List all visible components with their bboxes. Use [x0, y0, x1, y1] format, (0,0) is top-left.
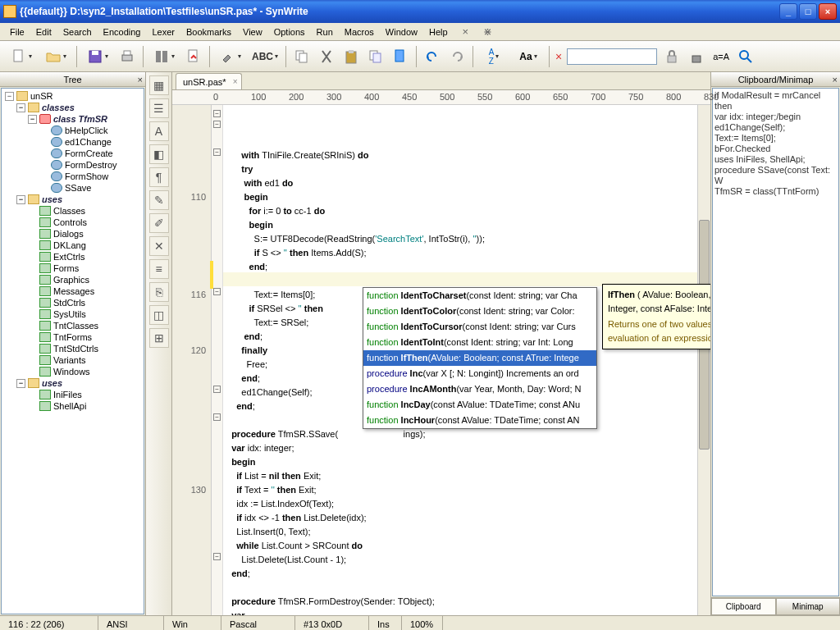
- menu-run[interactable]: Run: [312, 25, 338, 39]
- gutter-btn-6[interactable]: ✎: [149, 190, 169, 210]
- tree-uses2[interactable]: −uses: [3, 377, 142, 389]
- close-button[interactable]: ×: [819, 3, 837, 20]
- code-editor[interactable]: 110 116 120 130 −−−−−−− with TIniFile.Cr…: [172, 105, 710, 615]
- undo-button[interactable]: [421, 45, 444, 68]
- autocomplete-item[interactable]: function IdentToInt(const Ident: string;…: [363, 335, 596, 350]
- gutter-btn-5[interactable]: ¶: [149, 167, 169, 187]
- gutter-btn-1[interactable]: ▦: [149, 75, 169, 95]
- close-all-tabs-icon[interactable]: ⋇: [478, 24, 497, 39]
- cut-button[interactable]: [315, 45, 338, 68]
- tree-unit[interactable]: IniFiles: [3, 389, 142, 400]
- autocomplete-item[interactable]: procedure IncAMonth(var Year, Month, Day…: [363, 381, 596, 397]
- tree-unit[interactable]: ShellApi: [3, 400, 142, 412]
- menu-options[interactable]: Options: [269, 25, 310, 39]
- menu-view[interactable]: View: [238, 25, 267, 39]
- tab-clipboard[interactable]: Clipboard: [711, 598, 776, 615]
- gutter-btn-4[interactable]: ◧: [149, 144, 169, 164]
- tree-method[interactable]: bHelpClick: [3, 125, 142, 136]
- print-button[interactable]: [116, 45, 139, 68]
- autocomplete-item[interactable]: function IncHour(const AValue: TDateTime…: [363, 413, 596, 428]
- menu-file[interactable]: File: [5, 25, 30, 39]
- tree-class[interactable]: −class TfmSR: [3, 113, 142, 125]
- gutter-btn-3[interactable]: A: [149, 121, 169, 141]
- search-next-button[interactable]: [685, 45, 708, 68]
- close-tab-icon[interactable]: ×: [458, 24, 474, 39]
- new-button[interactable]: ▾: [5, 45, 38, 68]
- menu-edit[interactable]: Edit: [31, 25, 57, 39]
- minimap-close-icon[interactable]: ×: [833, 75, 838, 84]
- tree-unit[interactable]: DKLang: [3, 240, 142, 251]
- gutter-btn-8[interactable]: ✕: [149, 236, 169, 256]
- tree-unit[interactable]: Windows: [3, 366, 142, 377]
- menu-search[interactable]: Search: [58, 25, 97, 39]
- save-button[interactable]: ▾: [81, 45, 114, 68]
- match-case-button[interactable]: a=A: [710, 45, 733, 68]
- vscroll[interactable]: [697, 105, 710, 615]
- tab-unsr[interactable]: unSR.pas*×: [176, 73, 242, 89]
- tree-unit[interactable]: Classes: [3, 205, 142, 217]
- search-button[interactable]: [734, 45, 757, 68]
- tree-classes[interactable]: −classes: [3, 102, 142, 113]
- gutter-btn-11[interactable]: ◫: [149, 305, 169, 325]
- delete-button[interactable]: [364, 45, 387, 68]
- tree-method[interactable]: ed1Change: [3, 136, 142, 148]
- tree-uses1[interactable]: −uses: [3, 194, 142, 205]
- tab-minimap[interactable]: Minimap: [776, 598, 841, 615]
- autocomplete-item[interactable]: function IfThen(AValue: Boolean; const A…: [363, 350, 596, 366]
- tab-close-icon[interactable]: ×: [233, 77, 238, 86]
- menu-help[interactable]: Help: [424, 25, 453, 39]
- autocomplete-popup[interactable]: function IdentToCharset(const Ident: str…: [363, 287, 597, 429]
- tree-unit[interactable]: SysUtils: [3, 308, 142, 320]
- status-ins[interactable]: Ins: [369, 616, 402, 630]
- spellcheck-button[interactable]: ABC▾: [249, 45, 281, 68]
- tree-unit[interactable]: Messages: [3, 285, 142, 297]
- menu-encoding[interactable]: Encoding: [98, 25, 146, 39]
- status-platform[interactable]: Win: [164, 616, 221, 630]
- autocomplete-item[interactable]: function IdentToCursor(const Ident: stri…: [363, 319, 596, 335]
- tree-method[interactable]: SSave: [3, 182, 142, 194]
- tree-unit[interactable]: Graphics: [3, 274, 142, 285]
- minimize-button[interactable]: _: [779, 3, 797, 20]
- tree-method[interactable]: FormDestroy: [3, 159, 142, 171]
- tree-unit[interactable]: Variants: [3, 354, 142, 366]
- tree-root[interactable]: −unSR: [3, 90, 142, 102]
- sort-button[interactable]: AZ▾: [477, 45, 510, 68]
- maximize-button[interactable]: □: [799, 3, 817, 20]
- autocomplete-item[interactable]: function IncDay(const AValue: TDateTime;…: [363, 397, 596, 413]
- gutter-btn-10[interactable]: ⎘: [149, 282, 169, 302]
- tree-unit[interactable]: Controls: [3, 217, 142, 228]
- minimap[interactable]: if ModalResult = mrCancel thenvar idx: i…: [712, 88, 839, 596]
- gutter-btn-12[interactable]: ⊞: [149, 328, 169, 348]
- open-button[interactable]: ▾: [39, 45, 72, 68]
- gutter-btn-7[interactable]: ✐: [149, 213, 169, 233]
- tree-method[interactable]: FormCreate: [3, 148, 142, 159]
- tree-unit[interactable]: StdCtrls: [3, 297, 142, 308]
- autocomplete-item[interactable]: function IdentToCharset(const Ident: str…: [363, 288, 596, 304]
- tree-close-icon[interactable]: ×: [138, 75, 143, 84]
- goto-button[interactable]: [182, 45, 205, 68]
- tree-unit[interactable]: TntClasses: [3, 320, 142, 331]
- status-enc[interactable]: ANSI: [98, 616, 164, 630]
- menu-lexer[interactable]: Lexer: [147, 25, 180, 39]
- search-lock-button[interactable]: [660, 45, 683, 68]
- paste-button[interactable]: [340, 45, 363, 68]
- clear-search-icon[interactable]: ×: [555, 50, 562, 63]
- status-lang[interactable]: Pascal: [221, 616, 295, 630]
- status-zoom[interactable]: 100%: [402, 616, 443, 630]
- gutter-btn-9[interactable]: ≡: [149, 259, 169, 279]
- tools-button[interactable]: ▾: [214, 45, 247, 68]
- tree-unit[interactable]: Dialogs: [3, 228, 142, 240]
- menu-bookmarks[interactable]: Bookmarks: [181, 25, 236, 39]
- find-button[interactable]: ▾: [148, 45, 180, 68]
- gutter-btn-2[interactable]: ☰: [149, 98, 169, 118]
- autocomplete-item[interactable]: function IdentToColor(const Ident: strin…: [363, 304, 596, 319]
- menu-macros[interactable]: Macros: [340, 25, 379, 39]
- tree-unit[interactable]: TntForms: [3, 331, 142, 343]
- tree-unit[interactable]: ExtCtrls: [3, 251, 142, 262]
- select-all-button[interactable]: [389, 45, 412, 68]
- search-input[interactable]: [567, 48, 657, 65]
- redo-button[interactable]: [445, 45, 468, 68]
- tree-view[interactable]: −unSR −classes −class TfmSR bHelpClicked…: [1, 88, 144, 614]
- tree-unit[interactable]: Forms: [3, 262, 142, 274]
- tree-method[interactable]: FormShow: [3, 171, 142, 182]
